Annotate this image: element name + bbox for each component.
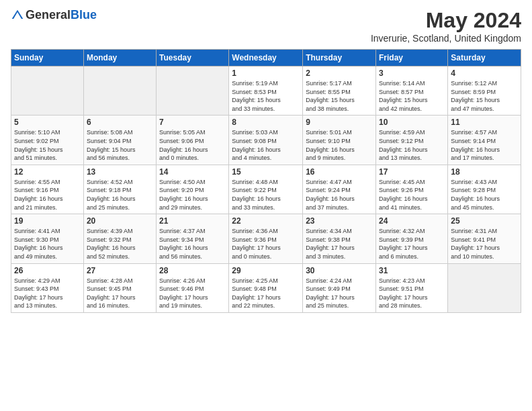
calendar-week-3: 12Sunrise: 4:55 AM Sunset: 9:16 PM Dayli… xyxy=(11,165,521,214)
calendar-cell: 14Sunrise: 4:50 AM Sunset: 9:20 PM Dayli… xyxy=(157,165,229,214)
day-info: Sunrise: 5:17 AM Sunset: 8:55 PM Dayligh… xyxy=(306,79,373,113)
day-info: Sunrise: 5:14 AM Sunset: 8:57 PM Dayligh… xyxy=(379,79,445,113)
calendar-cell xyxy=(11,66,84,116)
calendar-cell: 9Sunrise: 5:01 AM Sunset: 9:10 PM Daylig… xyxy=(303,116,376,165)
logo: GeneralBlue xyxy=(11,8,97,22)
page-title: May 2024 xyxy=(371,8,521,33)
calendar-cell: 23Sunrise: 4:34 AM Sunset: 9:38 PM Dayli… xyxy=(303,214,376,263)
day-info: Sunrise: 4:37 AM Sunset: 9:34 PM Dayligh… xyxy=(159,227,226,261)
calendar-table: Sunday Monday Tuesday Wednesday Thursday… xyxy=(11,49,521,313)
calendar-cell xyxy=(448,263,521,312)
day-number: 25 xyxy=(451,216,518,226)
day-number: 6 xyxy=(87,118,153,127)
calendar-cell: 30Sunrise: 4:24 AM Sunset: 9:49 PM Dayli… xyxy=(303,263,376,312)
day-info: Sunrise: 4:32 AM Sunset: 9:39 PM Dayligh… xyxy=(379,227,445,261)
day-info: Sunrise: 4:43 AM Sunset: 9:28 PM Dayligh… xyxy=(451,178,518,212)
day-number: 17 xyxy=(379,167,445,177)
day-number: 4 xyxy=(451,68,518,78)
day-number: 22 xyxy=(232,216,300,226)
day-number: 1 xyxy=(232,68,300,78)
calendar-cell: 13Sunrise: 4:52 AM Sunset: 9:18 PM Dayli… xyxy=(83,165,156,214)
calendar-cell: 4Sunrise: 5:12 AM Sunset: 8:59 PM Daylig… xyxy=(448,66,521,116)
day-info: Sunrise: 4:24 AM Sunset: 9:49 PM Dayligh… xyxy=(306,277,373,310)
day-number: 29 xyxy=(232,266,300,275)
col-wednesday: Wednesday xyxy=(229,50,303,66)
calendar-cell: 31Sunrise: 4:23 AM Sunset: 9:51 PM Dayli… xyxy=(376,263,448,312)
day-number: 7 xyxy=(159,118,226,127)
calendar-cell: 10Sunrise: 4:59 AM Sunset: 9:12 PM Dayli… xyxy=(376,116,448,165)
calendar-cell: 3Sunrise: 5:14 AM Sunset: 8:57 PM Daylig… xyxy=(376,66,448,116)
day-number: 24 xyxy=(379,216,445,226)
col-friday: Friday xyxy=(376,50,448,66)
day-number: 18 xyxy=(451,167,518,177)
day-number: 2 xyxy=(306,68,373,78)
day-info: Sunrise: 4:41 AM Sunset: 9:30 PM Dayligh… xyxy=(14,227,81,261)
day-info: Sunrise: 4:47 AM Sunset: 9:24 PM Dayligh… xyxy=(306,178,373,212)
day-number: 26 xyxy=(14,266,81,275)
day-info: Sunrise: 4:25 AM Sunset: 9:48 PM Dayligh… xyxy=(232,277,300,310)
calendar-cell: 1Sunrise: 5:19 AM Sunset: 8:53 PM Daylig… xyxy=(229,66,303,116)
calendar-cell: 6Sunrise: 5:08 AM Sunset: 9:04 PM Daylig… xyxy=(83,116,156,165)
day-info: Sunrise: 5:19 AM Sunset: 8:53 PM Dayligh… xyxy=(232,79,300,113)
day-info: Sunrise: 4:48 AM Sunset: 9:22 PM Dayligh… xyxy=(232,178,300,212)
day-info: Sunrise: 4:39 AM Sunset: 9:32 PM Dayligh… xyxy=(87,227,153,261)
day-info: Sunrise: 5:10 AM Sunset: 9:02 PM Dayligh… xyxy=(14,128,81,162)
day-info: Sunrise: 4:34 AM Sunset: 9:38 PM Dayligh… xyxy=(306,227,373,261)
day-number: 15 xyxy=(232,167,300,177)
day-info: Sunrise: 5:05 AM Sunset: 9:06 PM Dayligh… xyxy=(159,128,226,162)
calendar-week-1: 1Sunrise: 5:19 AM Sunset: 8:53 PM Daylig… xyxy=(11,66,521,116)
calendar-cell: 29Sunrise: 4:25 AM Sunset: 9:48 PM Dayli… xyxy=(229,263,303,312)
day-info: Sunrise: 5:12 AM Sunset: 8:59 PM Dayligh… xyxy=(451,79,518,113)
day-number: 28 xyxy=(159,266,226,275)
calendar-header-row: Sunday Monday Tuesday Wednesday Thursday… xyxy=(11,50,521,66)
day-info: Sunrise: 4:28 AM Sunset: 9:45 PM Dayligh… xyxy=(87,277,153,310)
day-number: 13 xyxy=(87,167,153,177)
page-header: GeneralBlue May 2024 Inverurie, Scotland… xyxy=(11,8,521,44)
calendar-cell: 15Sunrise: 4:48 AM Sunset: 9:22 PM Dayli… xyxy=(229,165,303,214)
calendar-cell: 11Sunrise: 4:57 AM Sunset: 9:14 PM Dayli… xyxy=(448,116,521,165)
col-sunday: Sunday xyxy=(11,50,84,66)
day-info: Sunrise: 4:50 AM Sunset: 9:20 PM Dayligh… xyxy=(159,178,226,212)
day-info: Sunrise: 4:59 AM Sunset: 9:12 PM Dayligh… xyxy=(379,128,445,162)
day-number: 19 xyxy=(14,216,81,226)
day-number: 8 xyxy=(232,118,300,127)
day-number: 12 xyxy=(14,167,81,177)
day-info: Sunrise: 4:57 AM Sunset: 9:14 PM Dayligh… xyxy=(451,128,518,162)
col-monday: Monday xyxy=(83,50,156,66)
day-number: 21 xyxy=(159,216,226,226)
calendar-week-5: 26Sunrise: 4:29 AM Sunset: 9:43 PM Dayli… xyxy=(11,263,521,312)
col-saturday: Saturday xyxy=(448,50,521,66)
calendar-cell: 18Sunrise: 4:43 AM Sunset: 9:28 PM Dayli… xyxy=(448,165,521,214)
calendar-cell: 16Sunrise: 4:47 AM Sunset: 9:24 PM Dayli… xyxy=(303,165,376,214)
day-info: Sunrise: 4:45 AM Sunset: 9:26 PM Dayligh… xyxy=(379,178,445,212)
day-info: Sunrise: 4:31 AM Sunset: 9:41 PM Dayligh… xyxy=(451,227,518,261)
day-info: Sunrise: 5:01 AM Sunset: 9:10 PM Dayligh… xyxy=(306,128,373,162)
calendar-page: GeneralBlue May 2024 Inverurie, Scotland… xyxy=(0,0,532,411)
calendar-cell: 5Sunrise: 5:10 AM Sunset: 9:02 PM Daylig… xyxy=(11,116,84,165)
day-number: 14 xyxy=(159,167,226,177)
calendar-week-2: 5Sunrise: 5:10 AM Sunset: 9:02 PM Daylig… xyxy=(11,116,521,165)
day-info: Sunrise: 5:08 AM Sunset: 9:04 PM Dayligh… xyxy=(87,128,153,162)
day-info: Sunrise: 4:29 AM Sunset: 9:43 PM Dayligh… xyxy=(14,277,81,310)
logo-blue: Blue xyxy=(71,8,97,21)
day-info: Sunrise: 5:03 AM Sunset: 9:08 PM Dayligh… xyxy=(232,128,300,162)
calendar-cell: 28Sunrise: 4:26 AM Sunset: 9:46 PM Dayli… xyxy=(157,263,229,312)
day-number: 16 xyxy=(306,167,373,177)
day-info: Sunrise: 4:55 AM Sunset: 9:16 PM Dayligh… xyxy=(14,178,81,212)
logo-icon xyxy=(11,9,24,22)
calendar-cell: 25Sunrise: 4:31 AM Sunset: 9:41 PM Dayli… xyxy=(448,214,521,263)
calendar-cell: 12Sunrise: 4:55 AM Sunset: 9:16 PM Dayli… xyxy=(11,165,84,214)
calendar-cell xyxy=(83,66,156,116)
day-info: Sunrise: 4:52 AM Sunset: 9:18 PM Dayligh… xyxy=(87,178,153,212)
day-number: 9 xyxy=(306,118,373,127)
calendar-cell: 19Sunrise: 4:41 AM Sunset: 9:30 PM Dayli… xyxy=(11,214,84,263)
calendar-week-4: 19Sunrise: 4:41 AM Sunset: 9:30 PM Dayli… xyxy=(11,214,521,263)
calendar-cell: 8Sunrise: 5:03 AM Sunset: 9:08 PM Daylig… xyxy=(229,116,303,165)
day-info: Sunrise: 4:23 AM Sunset: 9:51 PM Dayligh… xyxy=(379,277,445,310)
calendar-cell: 17Sunrise: 4:45 AM Sunset: 9:26 PM Dayli… xyxy=(376,165,448,214)
day-number: 20 xyxy=(87,216,153,226)
day-number: 3 xyxy=(379,68,445,78)
calendar-cell: 22Sunrise: 4:36 AM Sunset: 9:36 PM Dayli… xyxy=(229,214,303,263)
calendar-cell xyxy=(157,66,229,116)
day-number: 31 xyxy=(379,266,445,275)
